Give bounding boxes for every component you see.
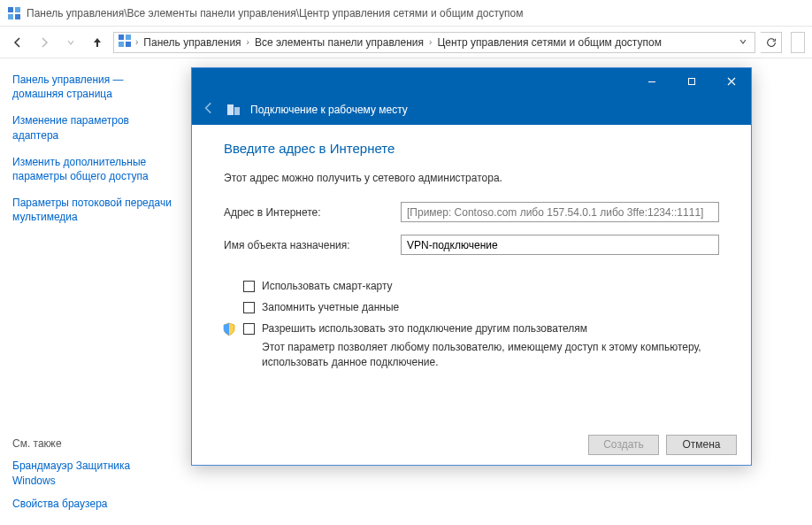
dialog-back-button[interactable] — [201, 100, 217, 120]
allow-others-label: Разрешить использовать это подключение д… — [262, 322, 587, 335]
address-dropdown[interactable] — [735, 36, 751, 49]
create-button[interactable]: Создать — [588, 435, 659, 455]
shield-icon — [222, 322, 236, 336]
sidebar-see-also-heading: См. также — [12, 437, 173, 450]
remember-checkbox[interactable] — [243, 302, 255, 313]
sidebar-link-firewall[interactable]: Брандмауэр Защитника Windows — [12, 459, 173, 487]
close-button[interactable] — [711, 68, 751, 95]
app-icon — [7, 6, 21, 20]
svg-rect-4 — [119, 35, 124, 40]
svg-rect-10 — [227, 104, 234, 115]
destination-name-input[interactable] — [401, 235, 719, 255]
dialog-titlebar[interactable] — [192, 68, 751, 95]
recent-dropdown[interactable] — [60, 32, 81, 53]
dialog-title: Подключение к рабочему месту — [250, 104, 408, 116]
remember-label: Запомнить учетные данные — [262, 301, 399, 313]
breadcrumb-item[interactable]: Панель управления — [142, 36, 242, 49]
smartcard-checkbox[interactable] — [243, 281, 255, 292]
nav-toolbar: › Панель управления › Все элементы панел… — [0, 27, 812, 58]
dialog-footer: Создать Отмена — [192, 424, 751, 465]
destination-name-label: Имя объекта назначения: — [224, 239, 401, 251]
dialog-heading: Введите адрес в Интернете — [224, 141, 719, 156]
search-box[interactable] — [791, 32, 805, 53]
svg-rect-1 — [15, 7, 20, 12]
allow-others-checkbox[interactable] — [243, 323, 255, 335]
refresh-button[interactable] — [761, 32, 782, 53]
vpn-wizard-dialog: Подключение к рабочему месту Введите адр… — [191, 67, 752, 466]
address-icon — [118, 34, 132, 50]
breadcrumb-item[interactable]: Центр управления сетями и общим доступом — [435, 36, 663, 49]
svg-rect-0 — [8, 7, 13, 12]
chevron-right-icon: › — [247, 37, 249, 47]
svg-rect-5 — [126, 35, 131, 40]
svg-rect-9 — [688, 79, 694, 85]
window-titlebar: Панель управления\Все элементы панели уп… — [0, 0, 812, 27]
maximize-button[interactable] — [671, 68, 711, 95]
internet-address-input[interactable] — [401, 202, 719, 222]
back-button[interactable] — [7, 32, 28, 53]
sidebar-link-browser[interactable]: Свойства браузера — [12, 497, 173, 511]
chevron-right-icon: › — [135, 37, 138, 47]
internet-address-label: Адрес в Интернете: — [224, 206, 401, 219]
dialog-body: Введите адрес в Интернете Этот адрес мож… — [192, 125, 751, 424]
sidebar-link-streaming[interactable]: Параметры потоковой передачи мультимедиа — [12, 196, 173, 224]
svg-rect-8 — [648, 81, 655, 82]
sidebar: Панель управления — домашняя страница Из… — [0, 58, 186, 525]
workplace-icon — [226, 102, 241, 118]
svg-rect-7 — [126, 42, 131, 47]
address-bar[interactable]: › Панель управления › Все элементы панел… — [113, 32, 755, 53]
window-title: Панель управления\Все элементы панели уп… — [27, 7, 524, 19]
cancel-button[interactable]: Отмена — [666, 435, 737, 455]
svg-rect-2 — [8, 14, 13, 19]
chevron-right-icon: › — [429, 37, 432, 47]
minimize-button[interactable] — [632, 68, 671, 95]
forward-button[interactable] — [34, 32, 55, 53]
dialog-subtext: Этот адрес можно получить у сетевого адм… — [224, 172, 719, 184]
dialog-header: Подключение к рабочему месту — [192, 95, 751, 125]
smartcard-label: Использовать смарт-карту — [262, 280, 393, 292]
up-button[interactable] — [87, 32, 108, 53]
sidebar-home-link[interactable]: Панель управления — домашняя страница — [12, 73, 173, 101]
sidebar-link-adapter[interactable]: Изменение параметров адаптера — [12, 113, 173, 142]
svg-rect-6 — [119, 42, 124, 47]
breadcrumb-item[interactable]: Все элементы панели управления — [253, 36, 425, 49]
svg-rect-3 — [15, 14, 20, 19]
svg-rect-11 — [234, 107, 240, 115]
allow-others-description: Этот параметр позволяет любому пользоват… — [262, 340, 719, 370]
sidebar-link-sharing[interactable]: Изменить дополнительные параметры общего… — [12, 155, 173, 183]
